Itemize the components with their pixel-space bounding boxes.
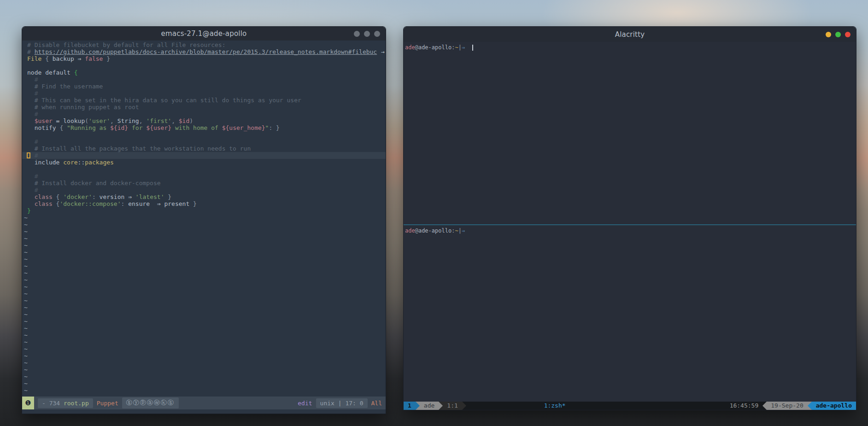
close-icon[interactable] <box>845 32 850 37</box>
code-token: notify <box>27 124 56 131</box>
code-token: class <box>27 200 53 207</box>
tmux-segment[interactable]: 19-Sep-20 <box>767 402 807 410</box>
powerline-arrow-icon <box>808 402 812 410</box>
emacs-modeline: ❶ - 734 root.pp Puppet ⓢⓨⓟⓐⓦⓚⓢ edit unix… <box>22 397 386 409</box>
minimize-icon[interactable] <box>826 32 831 37</box>
code-line[interactable]: node default { <box>22 69 386 76</box>
code-token: core <box>63 159 77 166</box>
code-line[interactable]: File { backup ⇒ false } <box>22 55 386 62</box>
emacs-code: # Disable filebucket by default for all … <box>22 41 386 214</box>
empty-line-tilde: ~ <box>22 332 386 338</box>
code-token: "Running as <box>67 124 110 131</box>
code-line[interactable]: notify { "Running as ${id} for ${user} w… <box>22 124 386 131</box>
code-line[interactable]: # Install all the packages that the work… <box>22 145 386 152</box>
code-token: # Install docker and docker-compose <box>27 180 161 187</box>
code-line[interactable]: $user = lookup('user', String, 'first', … <box>22 117 386 124</box>
code-token: , <box>171 117 179 124</box>
buffer-name: root.pp <box>64 400 89 407</box>
code-token: 'first' <box>146 117 171 124</box>
terminal-pane-1[interactable]: ade@ade-apollo:~|⇒ <box>404 42 856 224</box>
code-token: , <box>110 117 117 124</box>
tmux-window-list[interactable]: 1:zsh* <box>466 402 726 410</box>
code-token: { <box>53 200 60 207</box>
terminal-cursor <box>472 45 473 51</box>
empty-line-tilde: ~ <box>22 311 386 318</box>
window-control-icon[interactable] <box>364 31 370 37</box>
alacritty-window-buttons <box>826 27 850 42</box>
code-line[interactable] <box>22 131 386 138</box>
code-line[interactable]: # Disable filebucket by default for all … <box>22 41 386 48</box>
prompt-token: ade <box>405 44 415 51</box>
tmux-status-bar: 1ade1:11:zsh*16:45:5919-Sep-20ade-apollo <box>404 402 856 410</box>
empty-line-tilde: ~ <box>22 366 386 373</box>
code-line[interactable]: class { 'docker': version ⇒ 'latest' } <box>22 193 386 200</box>
code-line[interactable]: # <box>22 76 386 83</box>
empty-line-tilde: ~ <box>22 256 386 263</box>
code-line[interactable]: include core::packages <box>22 159 386 166</box>
code-line[interactable]: class {'docker::compose': ensure ⇒ prese… <box>22 200 386 207</box>
emacs-titlebar[interactable]: emacs-27.1@ade-apollo <box>22 27 386 41</box>
encoding-position-label: unix | 17: 0 <box>316 398 368 408</box>
code-token: 'latest' <box>135 193 164 200</box>
code-line[interactable]: # <box>22 90 386 97</box>
tmux-segment[interactable]: 16:45:59 <box>726 402 763 410</box>
code-token: for <box>128 124 146 131</box>
code-line[interactable] <box>22 62 386 69</box>
code-line[interactable]: # <box>22 173 386 180</box>
code-token: } <box>189 200 197 207</box>
code-token: # <box>27 48 35 55</box>
code-token: # Find the username <box>27 83 103 90</box>
tmux-active-window-label[interactable]: 1:zsh* <box>544 402 566 410</box>
empty-line-tilde: ~ <box>22 387 386 394</box>
emacs-echo-area <box>22 409 386 414</box>
terminal-content: ade@ade-apollo:~|⇒ ade@ade-apollo:~|⇒ 1a… <box>404 42 856 410</box>
code-line[interactable]: # Install docker and docker-compose <box>22 180 386 187</box>
code-token: # <box>27 173 38 180</box>
code-line[interactable]: # <box>22 187 386 193</box>
code-token: { <box>53 193 63 200</box>
prompt-token: | <box>458 228 462 234</box>
code-line[interactable]: # <box>22 111 386 117</box>
emacs-buffer[interactable]: # Disable filebucket by default for all … <box>22 41 386 397</box>
code-token: node default <box>27 69 74 76</box>
major-mode-label[interactable]: Puppet <box>97 400 118 407</box>
window-control-icon[interactable] <box>354 31 360 37</box>
desktop-wallpaper: emacs-27.1@ade-apollo # Disable filebuck… <box>0 0 868 426</box>
empty-line-tilde: ~ <box>22 283 386 290</box>
code-link[interactable]: https://github.com/puppetlabs/docs-archi… <box>35 48 377 55</box>
code-token: # <box>27 90 38 97</box>
code-token: { <box>74 69 78 76</box>
code-token: $user <box>27 117 53 124</box>
alacritty-titlebar[interactable]: Alacritty <box>404 27 856 42</box>
code-token: = <box>53 117 63 124</box>
code-line[interactable]: # https://github.com/puppetlabs/docs-arc… <box>22 48 386 55</box>
maximize-icon[interactable] <box>835 32 841 37</box>
tmux-segment[interactable]: ade-apollo <box>812 402 856 410</box>
code-line[interactable]: # <box>22 138 386 145</box>
code-token: $id <box>179 117 189 124</box>
tmux-segment[interactable]: 1 <box>404 402 416 410</box>
empty-line-tilde: ~ <box>22 352 386 359</box>
tmux-segment[interactable]: ade <box>420 402 439 410</box>
code-token: backup <box>53 55 74 62</box>
code-token: packages <box>85 159 114 166</box>
code-token: ${id} <box>110 124 128 131</box>
empty-line-tilde: ~ <box>22 228 386 235</box>
emacs-window: emacs-27.1@ade-apollo # Disable filebuck… <box>22 26 386 414</box>
code-token: # Install all the packages that the work… <box>27 145 251 152</box>
code-token: : <box>92 193 100 200</box>
code-line[interactable]: } <box>22 207 386 214</box>
code-token: # when running puppet as root <box>27 104 139 111</box>
code-line[interactable]: # when running puppet as root <box>22 104 386 111</box>
tmux-segment[interactable]: 1:1 <box>443 402 462 410</box>
prompt-token: | <box>458 44 462 51</box>
window-control-icon[interactable] <box>374 31 380 37</box>
code-line[interactable] <box>22 166 386 173</box>
terminal-pane-2[interactable]: ade@ade-apollo:~|⇒ <box>404 225 856 402</box>
code-line[interactable]: # Find the username <box>22 83 386 90</box>
code-line[interactable]: # This can be set in the hira data so yo… <box>22 97 386 104</box>
code-token: ) <box>189 117 193 124</box>
code-token: ${user} <box>146 124 171 131</box>
code-token: { <box>56 124 67 131</box>
code-line[interactable]: # <box>22 152 386 159</box>
